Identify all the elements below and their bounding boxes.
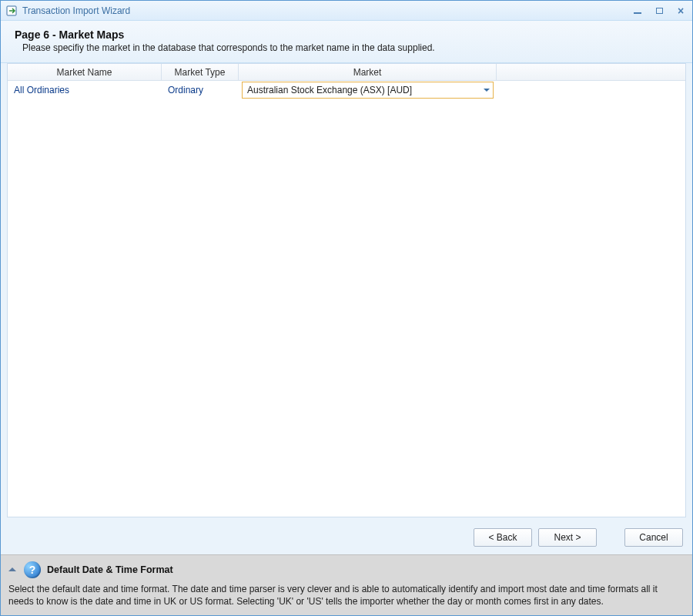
back-button[interactable]: < Back bbox=[474, 528, 532, 547]
help-icon: ? bbox=[24, 561, 41, 578]
wizard-window: Transaction Import Wizard × Page 6 - Mar… bbox=[0, 0, 693, 616]
table-row[interactable]: All Ordinaries Ordinary Australian Stock… bbox=[8, 81, 685, 99]
titlebar: Transaction Import Wizard × bbox=[1, 1, 692, 21]
grid-body: All Ordinaries Ordinary Australian Stock… bbox=[8, 81, 685, 517]
market-maps-grid: Market Name Market Type Market All Ordin… bbox=[7, 63, 686, 517]
column-header-market[interactable]: Market bbox=[239, 64, 497, 80]
close-button[interactable]: × bbox=[672, 4, 689, 18]
page-header: Page 6 - Market Maps Please specifiy the… bbox=[1, 21, 692, 63]
cell-market: Australian Stock Exchange (ASX) [AUD] bbox=[239, 82, 497, 99]
window-title: Transaction Import Wizard bbox=[22, 5, 629, 16]
maximize-button[interactable] bbox=[651, 4, 668, 18]
market-dropdown[interactable]: Australian Stock Exchange (ASX) [AUD] bbox=[242, 82, 494, 99]
info-panel-body: Select the default date and time format.… bbox=[8, 583, 685, 608]
app-icon bbox=[5, 5, 18, 17]
page-title: Page 6 - Market Maps bbox=[15, 28, 680, 41]
info-panel-title: Default Date & Time Format bbox=[47, 564, 173, 575]
market-dropdown-value: Australian Stock Exchange (ASX) [AUD] bbox=[247, 85, 412, 95]
next-button[interactable]: Next > bbox=[538, 528, 597, 547]
column-header-market-type[interactable]: Market Type bbox=[162, 64, 239, 80]
column-header-market-name[interactable]: Market Name bbox=[8, 64, 162, 80]
collapse-up-icon bbox=[8, 567, 16, 571]
page-subtitle: Please specifiy the market in the databa… bbox=[22, 42, 680, 53]
cell-market-name: All Ordinaries bbox=[8, 85, 162, 95]
wizard-button-bar: < Back Next > Cancel bbox=[1, 522, 692, 554]
info-panel: ? Default Date & Time Format Select the … bbox=[1, 554, 692, 615]
cell-market-type: Ordinary bbox=[162, 85, 239, 95]
grid-header-row: Market Name Market Type Market bbox=[8, 64, 685, 81]
minimize-button[interactable] bbox=[629, 4, 646, 18]
cancel-button[interactable]: Cancel bbox=[624, 528, 683, 547]
window-controls: × bbox=[629, 4, 689, 18]
info-panel-header[interactable]: ? Default Date & Time Format bbox=[8, 561, 685, 578]
column-header-empty bbox=[497, 64, 685, 80]
chevron-down-icon bbox=[484, 89, 490, 92]
